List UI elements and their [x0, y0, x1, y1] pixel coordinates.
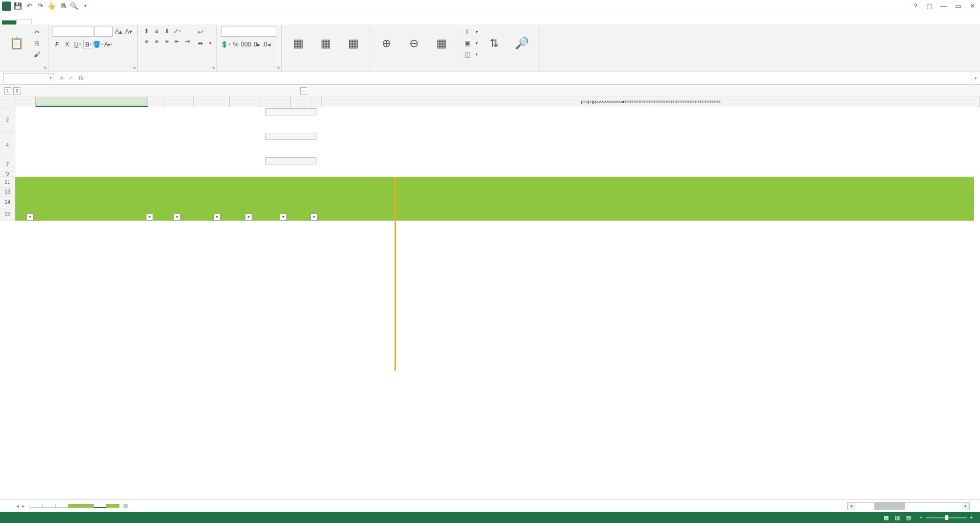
- print-icon[interactable]: 🖶: [58, 2, 67, 11]
- row-4[interactable]: 4: [0, 133, 15, 158]
- tab-formeln[interactable]: [60, 20, 75, 25]
- row-15[interactable]: 15: [0, 208, 15, 221]
- bold-button[interactable]: F: [53, 40, 62, 49]
- align-bottom-icon[interactable]: ⬇: [162, 27, 172, 36]
- add-sheet-button[interactable]: ⊕: [119, 501, 133, 511]
- clear-button[interactable]: ◫▾: [462, 49, 479, 59]
- save-icon[interactable]: 💾: [13, 2, 22, 11]
- preview-icon[interactable]: 🔍: [69, 2, 79, 11]
- login-link[interactable]: [970, 20, 980, 25]
- filter-ende[interactable]: ▾: [280, 213, 287, 221]
- cell-styles-button[interactable]: ▦: [341, 27, 365, 61]
- select-all-corner[interactable]: [0, 97, 15, 107]
- col-F[interactable]: [163, 97, 194, 107]
- row-2[interactable]: 2: [0, 107, 15, 133]
- restore-formulas-button[interactable]: [265, 133, 316, 140]
- filter-wer[interactable]: ▾: [174, 213, 181, 221]
- col-G[interactable]: [194, 97, 230, 107]
- normal-view-icon[interactable]: ▦: [881, 513, 891, 522]
- align-top-icon[interactable]: ⬆: [142, 27, 151, 36]
- tab-start[interactable]: [16, 19, 32, 25]
- indent-dec-icon[interactable]: ⇤: [173, 37, 182, 46]
- minimize-icon[interactable]: —: [938, 2, 949, 11]
- underline-button[interactable]: U: [73, 40, 82, 49]
- insert-cells-button[interactable]: ⊕: [374, 27, 399, 61]
- zoom-out-icon[interactable]: −: [919, 514, 922, 520]
- inc-decimal-icon[interactable]: .0▸: [252, 40, 261, 49]
- filter-dauer[interactable]: ▾: [245, 213, 252, 221]
- font-color-button[interactable]: A: [104, 40, 113, 49]
- delete-cells-button[interactable]: ⊖: [402, 27, 426, 61]
- format-table-button[interactable]: ▦: [313, 27, 338, 61]
- undo-icon[interactable]: ↶: [24, 2, 34, 11]
- zoom-slider[interactable]: [926, 517, 967, 518]
- tab-nav-first[interactable]: ◂: [15, 502, 20, 510]
- sheet-tab-fabgenerator[interactable]: [42, 504, 56, 508]
- merge-button[interactable]: ⬌▾: [195, 38, 212, 48]
- tab-ansicht[interactable]: [103, 20, 117, 25]
- sheet-tab-12m[interactable]: [93, 504, 107, 508]
- col-J[interactable]: [291, 97, 311, 107]
- orientation-icon[interactable]: ⤢: [173, 27, 182, 36]
- indent-inc-icon[interactable]: ⇥: [183, 37, 192, 46]
- col-I[interactable]: [260, 97, 291, 107]
- sheet-tab-4m[interactable]: [68, 504, 81, 508]
- redo-icon[interactable]: ↷: [36, 2, 45, 11]
- conditional-format-button[interactable]: ▦: [286, 27, 310, 61]
- tab-datei[interactable]: [2, 20, 16, 25]
- fx-icon[interactable]: fx: [76, 75, 86, 82]
- page-break-icon[interactable]: ▤: [904, 513, 913, 522]
- grow-font-icon[interactable]: A▴: [114, 27, 123, 36]
- tab-daten[interactable]: [75, 20, 89, 25]
- font-size-select[interactable]: [94, 27, 113, 37]
- horizontal-scrollbar[interactable]: ◂▸: [847, 502, 970, 510]
- tab-ueberpruefen[interactable]: [89, 20, 103, 25]
- border-button[interactable]: ⊞: [83, 40, 92, 49]
- col-blank[interactable]: [148, 97, 163, 107]
- close-icon[interactable]: ✕: [967, 2, 978, 11]
- row-7[interactable]: 7: [0, 158, 15, 172]
- comma-icon[interactable]: 000: [241, 40, 251, 49]
- filter-aufgabe[interactable]: ▾: [146, 213, 153, 221]
- expand-formula-icon[interactable]: ▾: [971, 72, 980, 84]
- italic-button[interactable]: K: [63, 40, 72, 49]
- col-A[interactable]: [15, 97, 36, 107]
- tab-nav-last[interactable]: ▸: [21, 502, 26, 510]
- align-left-icon[interactable]: ≡: [142, 37, 151, 46]
- align-center-icon[interactable]: ≡: [152, 37, 161, 46]
- sort-filter-button[interactable]: ⇅: [482, 27, 506, 61]
- filter-start[interactable]: ▾: [213, 213, 220, 221]
- maximize-icon[interactable]: ▭: [952, 2, 964, 11]
- enter-icon[interactable]: ✓: [66, 75, 76, 82]
- clipboard-launcher-icon[interactable]: ⬊: [43, 65, 47, 70]
- outline-1[interactable]: 1: [4, 87, 11, 94]
- outline-2[interactable]: 2: [13, 87, 20, 94]
- row-13[interactable]: 13: [0, 188, 15, 196]
- col-gantt[interactable]: (((CCC((CC(((V)VVVVVVVVVVVVVVVV/////////…: [322, 97, 980, 107]
- filter-nr[interactable]: ▾: [27, 213, 34, 221]
- format-cells-button[interactable]: ▦: [429, 27, 454, 61]
- tab-einfuegen[interactable]: [32, 20, 46, 25]
- col-H[interactable]: [230, 97, 260, 107]
- row-11[interactable]: 11: [0, 177, 15, 188]
- shrink-font-icon[interactable]: A▾: [124, 27, 133, 36]
- percent-icon[interactable]: %: [231, 40, 240, 49]
- font-name-select[interactable]: [53, 27, 93, 37]
- format-painter-button[interactable]: 🖌: [32, 49, 44, 59]
- page-layout-icon[interactable]: ▥: [893, 513, 902, 522]
- align-right-icon[interactable]: ≡: [162, 37, 172, 46]
- tab-seitenlayout[interactable]: [46, 20, 60, 25]
- sheet-tab-9m[interactable]: [81, 504, 94, 508]
- delete-plan-button[interactable]: [265, 157, 316, 164]
- number-launcher-icon[interactable]: ⬊: [277, 65, 280, 70]
- paste-button[interactable]: 📋: [4, 27, 29, 61]
- col-K[interactable]: [311, 97, 322, 107]
- cancel-icon[interactable]: ✕: [57, 75, 66, 82]
- find-select-button[interactable]: 🔎: [509, 27, 534, 61]
- font-launcher-icon[interactable]: ⬊: [133, 65, 136, 70]
- ribbon-options-icon[interactable]: ▢: [924, 2, 935, 11]
- sheet-tab-stammdaten[interactable]: [55, 504, 68, 508]
- sheet-tab-einfuehrung[interactable]: [30, 504, 43, 508]
- number-format-select[interactable]: [221, 27, 277, 37]
- outline-collapse[interactable]: −: [300, 87, 307, 94]
